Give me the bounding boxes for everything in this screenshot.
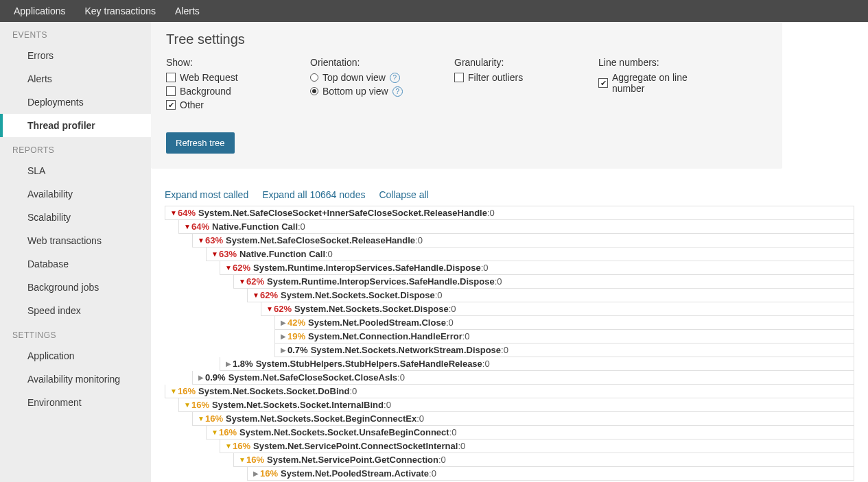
sidebar-item-database[interactable]: Database	[0, 252, 151, 276]
node-method: System.Net.Sockets.Socket.Dispose	[294, 304, 449, 314]
sidebar-item-sla[interactable]: SLA	[0, 159, 151, 182]
checkbox-filter-outliers[interactable]	[454, 73, 464, 82]
tree-node[interactable]: ▼64% System.Net.SafeCloseSocket+InnerSaf…	[165, 206, 854, 220]
node-line-number: :0	[384, 400, 391, 410]
chevron-right-icon[interactable]: ▶	[197, 374, 205, 381]
node-method: System.Runtime.InteropServices.SafeHandl…	[253, 263, 481, 273]
link-collapse-all[interactable]: Collapse all	[379, 189, 428, 200]
radio-bottom-up[interactable]	[310, 87, 318, 95]
tree-node[interactable]: ▶0.9% System.Net.SafeCloseSocket.CloseAs…	[192, 371, 854, 385]
chevron-down-icon[interactable]: ▼	[224, 264, 233, 272]
sidebar-item-alerts[interactable]: Alerts	[0, 67, 151, 91]
tree-node[interactable]: ▼62% System.Net.Sockets.Socket.Dispose :…	[247, 289, 854, 302]
node-line-number: :0	[487, 208, 495, 218]
node-method: System.Net.PooledStream.Activate	[281, 468, 429, 479]
nav-key-transactions[interactable]: Key transactions	[85, 5, 156, 16]
node-percentage: 62%	[260, 290, 278, 300]
refresh-tree-button[interactable]: Refresh tree	[166, 132, 235, 154]
tree-node[interactable]: ▶19% System.Net.Connection.HandleError :…	[274, 330, 854, 344]
sidebar-item-thread-profiler[interactable]: Thread profiler	[0, 114, 151, 137]
sidebar-item-speed-index[interactable]: Speed index	[0, 299, 151, 322]
tree-node[interactable]: ▶42% System.Net.PooledStream.Close :0	[274, 316, 854, 330]
chevron-down-icon[interactable]: ▼	[224, 442, 233, 450]
sidebar-section-events: EVENTS	[0, 22, 151, 44]
node-line-number: :0	[349, 386, 357, 396]
node-method: System.Net.Sockets.Socket.UnsafeBeginCon…	[239, 427, 449, 437]
tree-node[interactable]: ▼63% Native.Function Call :0	[206, 248, 854, 261]
nav-alerts[interactable]: Alerts	[175, 5, 200, 16]
node-percentage: 16%	[178, 386, 196, 396]
node-percentage: 16%	[191, 400, 209, 410]
main-content: Tree settings Show: Web Request Backgrou…	[151, 22, 868, 482]
checkbox-background[interactable]	[166, 86, 176, 96]
sidebar-item-scalability[interactable]: Scalability	[0, 206, 151, 229]
node-percentage: 64%	[191, 221, 209, 232]
sidebar: EVENTS Errors Alerts Deployments Thread …	[0, 22, 151, 482]
chevron-right-icon[interactable]: ▶	[279, 346, 288, 354]
node-method: System.Net.SafeCloseSocket.CloseAsIs	[228, 372, 397, 383]
tree-node[interactable]: ▼16% System.Net.Sockets.Socket.UnsafeBeg…	[206, 426, 854, 439]
chevron-down-icon[interactable]: ▼	[169, 387, 178, 395]
node-method: System.Net.Connection.HandleError	[308, 331, 462, 341]
node-method: System.StubHelpers.StubHelpers.SafeHandl…	[256, 359, 482, 369]
chevron-right-icon[interactable]: ▶	[224, 360, 233, 367]
chevron-down-icon[interactable]: ▼	[211, 429, 219, 436]
node-percentage: 1.8%	[233, 359, 253, 369]
tree-node[interactable]: ▼16% System.Net.Sockets.Socket.InternalB…	[178, 398, 854, 412]
help-icon[interactable]: ?	[390, 73, 400, 83]
chevron-right-icon[interactable]: ▶	[252, 470, 260, 477]
tree-node[interactable]: ▼62% System.Runtime.InteropServices.Safe…	[233, 275, 854, 289]
chevron-down-icon[interactable]: ▼	[183, 401, 191, 409]
sidebar-item-background-jobs[interactable]: Background jobs	[0, 276, 151, 299]
chevron-down-icon[interactable]: ▼	[183, 223, 191, 230]
node-line-number: :0	[495, 276, 502, 287]
link-expand-all[interactable]: Expand all 10664 nodes	[262, 189, 365, 200]
help-icon[interactable]: ?	[392, 86, 403, 97]
tree-node[interactable]: ▼63% System.Net.SafeCloseSocket.ReleaseH…	[192, 234, 854, 248]
nav-applications[interactable]: Applications	[14, 5, 66, 16]
sidebar-item-errors[interactable]: Errors	[0, 44, 151, 67]
checkbox-aggregate[interactable]	[598, 78, 608, 88]
tree-node[interactable]: ▼16% System.Net.ServicePoint.ConnectSock…	[220, 439, 854, 453]
sidebar-item-availability[interactable]: Availability	[0, 182, 151, 206]
link-expand-most-called[interactable]: Expand most called	[165, 189, 248, 200]
chevron-down-icon[interactable]: ▼	[266, 305, 274, 313]
node-line-number: :0	[449, 427, 457, 437]
label-top-down: Top down view	[322, 72, 386, 83]
chevron-down-icon[interactable]: ▼	[197, 415, 205, 422]
tree-node[interactable]: ▶1.8% System.StubHelpers.StubHelpers.Saf…	[220, 357, 854, 371]
line-numbers-label: Line numbers:	[598, 57, 701, 68]
checkbox-web-request[interactable]	[166, 73, 176, 82]
sidebar-item-environment[interactable]: Environment	[0, 391, 151, 414]
tree-node[interactable]: ▶0.7% System.Net.Sockets.NetworkStream.D…	[274, 344, 854, 357]
tree-node[interactable]: ▼16% System.Net.Sockets.Socket.DoBind :0	[165, 385, 854, 398]
chevron-down-icon[interactable]: ▼	[197, 237, 205, 244]
node-percentage: 42%	[288, 317, 305, 328]
sidebar-item-application[interactable]: Application	[0, 344, 151, 367]
chevron-down-icon[interactable]: ▼	[238, 278, 246, 285]
tree-node[interactable]: ▼16% System.Net.ServicePoint.GetConnecti…	[233, 453, 854, 467]
chevron-down-icon[interactable]: ▼	[211, 250, 219, 258]
tree-node[interactable]: ▼16% System.Net.Sockets.Socket.BeginConn…	[192, 412, 854, 426]
node-percentage: 16%	[219, 427, 237, 437]
radio-top-down[interactable]	[310, 73, 318, 82]
tree-node[interactable]: ▶16% System.Net.PooledStream.Activate :0	[247, 467, 854, 481]
checkbox-other[interactable]	[166, 100, 176, 110]
chevron-down-icon[interactable]: ▼	[252, 291, 260, 299]
chevron-right-icon[interactable]: ▶	[279, 333, 288, 340]
sidebar-item-web-transactions[interactable]: Web transactions	[0, 229, 151, 252]
sidebar-item-deployments[interactable]: Deployments	[0, 91, 151, 114]
node-method: System.Runtime.InteropServices.SafeHandl…	[267, 276, 495, 287]
granularity-label: Granularity:	[454, 57, 557, 68]
node-percentage: 0.7%	[288, 345, 308, 355]
node-method: System.Net.Sockets.NetworkStream.Dispose	[311, 345, 501, 355]
tree-node[interactable]: ▼64% Native.Function Call :0	[178, 220, 854, 234]
sidebar-item-availability-monitoring[interactable]: Availability monitoring	[0, 367, 151, 391]
chevron-down-icon[interactable]: ▼	[238, 456, 246, 463]
tree-node[interactable]: ▼62% System.Runtime.InteropServices.Safe…	[220, 261, 854, 275]
tree-node[interactable]: ▼62% System.Net.Sockets.Socket.Dispose :…	[261, 302, 854, 316]
node-method: System.Net.Sockets.Socket.InternalBind	[212, 400, 384, 410]
node-method: System.Net.SafeCloseSocket.ReleaseHandle	[226, 235, 415, 245]
chevron-right-icon[interactable]: ▶	[279, 319, 288, 326]
chevron-down-icon[interactable]: ▼	[169, 209, 178, 217]
